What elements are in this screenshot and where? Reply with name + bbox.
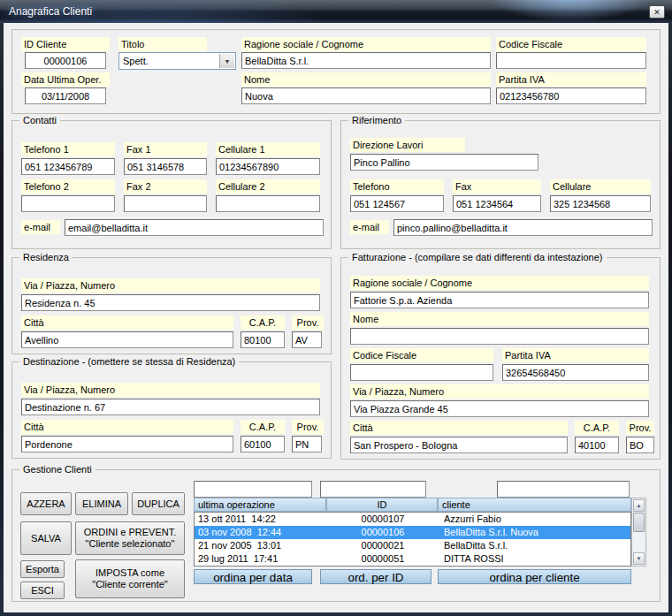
nome-label: Nome [241,72,491,87]
rif-telefono-field[interactable] [350,195,444,212]
filter-id-input[interactable] [320,481,426,498]
destinazione-cap-field[interactable] [241,436,285,452]
telefono1-field[interactable] [21,158,115,175]
residenza-via-field[interactable] [21,294,320,311]
direzione-lavori-field[interactable] [350,154,538,171]
filter-cliente-input[interactable] [497,481,630,498]
header-ultima-operazione: ultima operazione [194,498,326,512]
cellulare1-field[interactable] [216,158,320,175]
fatt-prov-label: Prov. [626,421,654,435]
rif-email-field[interactable] [393,219,653,236]
anagrafica-group: ID Cliente Titolo Spett. ▼ Ragione socia… [11,29,661,114]
cell-ultima-operazione: 03 nov 2008 12:44 [195,526,327,539]
ordini-line1: ORDINI e PREVENT. [84,527,177,538]
fatt-ragione-label: Ragione sociale / Cognome [350,276,649,290]
fax1-label: Fax 1 [124,142,207,156]
fatt-codice-fiscale-field[interactable] [350,364,493,381]
salva-button[interactable]: SALVA [20,521,72,555]
nome-field[interactable] [241,87,491,104]
rif-fax-label: Fax [453,179,541,194]
cellulare2-field[interactable] [216,195,320,212]
client-list[interactable]: 13 ott 2011 14:2200000107Azzurri Fabio03… [194,512,631,567]
destinazione-via-field[interactable] [21,399,320,415]
fatt-partita-iva-label: Partita IVA [502,348,649,362]
data-ultima-oper-label: Data Ultima Oper. [21,72,110,87]
azzera-button[interactable]: AZZERA [20,492,72,515]
fatt-nome-label: Nome [350,312,649,326]
elimina-button[interactable]: ELIMINA [75,492,128,515]
ragione-sociale-field[interactable] [241,52,491,69]
titolo-selected-value: Spett. [123,55,149,68]
destinazione-legend: Destinazione - (omettere se stessa di Re… [19,355,239,368]
scroll-up-icon[interactable]: ▲ [633,499,645,512]
ordina-per-cliente-button[interactable]: ordina per cliente [438,569,631,584]
window-title: Anagrafica Clienti [9,5,92,18]
gestione-clienti-group: Gestione Clienti AZZERA ELIMINA DUPLICA … [11,469,661,602]
chevron-down-icon[interactable]: ▼ [219,54,234,68]
close-button[interactable]: ✕ [649,5,665,19]
destinazione-group: Destinazione - (omettere se stessa di Re… [11,361,332,459]
ordini-preventivi-button[interactable]: ORDINI e PREVENT. "Cliente selezionato" [75,521,185,555]
contatti-legend: Contatti [19,114,60,126]
scrollbar-thumb[interactable] [633,513,645,532]
cell-cliente: DITTA ROSSI [439,552,630,566]
residenza-via-label: Via / Piazza, Numero [21,278,320,293]
esporta-button[interactable]: Esporta [20,560,65,578]
window: Anagrafica Clienti ✕ ID Cliente Titolo S… [0,0,672,616]
fatt-cap-field[interactable] [575,437,619,453]
ordina-per-data-button[interactable]: ordina per data [194,569,312,584]
rif-cellulare-label: Cellulare [550,179,651,194]
residenza-cap-field[interactable] [241,331,285,348]
table-row[interactable]: 13 ott 2011 14:2200000107Azzurri Fabio [195,513,630,526]
fatturazione-group: Fatturazione - (compilare se dati differ… [340,257,661,460]
fatt-citta-field[interactable] [350,437,568,453]
partita-iva-field[interactable] [496,87,646,104]
telefono2-field[interactable] [21,195,115,212]
list-scrollbar[interactable]: ▲ ▼ [631,498,646,567]
cell-ultima-operazione: 29 lug 2011 17:41 [195,552,327,566]
fax1-field[interactable] [124,158,207,175]
residenza-prov-field[interactable] [292,331,322,348]
telefono1-label: Telefono 1 [21,142,115,156]
cell-cliente: BellaDitta S.r.l. [439,539,630,552]
destinazione-cap-label: C.A.P. [241,420,285,434]
codice-fiscale-field[interactable] [496,52,646,69]
duplica-button[interactable]: DUPLICA [132,492,185,515]
destinazione-citta-field[interactable] [21,436,233,452]
imposta-line2: "Cliente corrente" [92,579,167,590]
id-cliente-field[interactable] [25,52,106,69]
destinazione-via-label: Via / Piazza, Numero [21,383,320,397]
destinazione-prov-field[interactable] [292,436,322,452]
titolo-label: Titolo [118,37,207,51]
rif-cellulare-field[interactable] [550,195,651,212]
table-row[interactable]: 29 lug 2011 17:4100000051DITTA ROSSI [195,552,630,566]
residenza-citta-field[interactable] [21,331,233,348]
contatti-email-label: e-mail [21,220,60,234]
fax2-field[interactable] [124,195,207,212]
codice-fiscale-label: Codice Fiscale [496,37,646,51]
contatti-email-field[interactable] [65,219,324,236]
filter-data-input[interactable] [194,481,312,498]
data-ultima-oper-field[interactable] [25,87,106,104]
fatt-prov-field[interactable] [626,437,654,453]
fatt-nome-field[interactable] [350,328,649,345]
ordina-per-id-button[interactable]: ord. per ID [320,569,431,584]
cell-id: 00000106 [327,526,439,539]
fatt-partita-iva-field[interactable] [502,364,649,381]
fatt-codice-fiscale-label: Codice Fiscale [350,348,493,362]
imposta-cliente-corrente-button[interactable]: IMPOSTA come "Cliente corrente" [75,559,185,598]
fatt-ragione-field[interactable] [350,292,649,308]
rif-fax-field[interactable] [453,195,541,212]
direzione-lavori-label: Direzione Lavori [350,138,465,152]
partita-iva-label: Partita IVA [496,72,646,87]
table-row[interactable]: 03 nov 2008 12:4400000106BellaDitta S.r.… [195,526,630,539]
header-cliente: cliente [438,498,631,512]
fatt-via-field[interactable] [350,400,649,417]
scroll-down-icon[interactable]: ▼ [633,552,645,565]
residenza-prov-label: Prov. [292,316,324,330]
esci-button[interactable]: ESCI [20,582,65,599]
ordini-line2: "Cliente selezionato" [86,538,175,550]
titolo-select[interactable]: Spett. ▼ [118,52,236,70]
table-row[interactable]: 21 nov 2005 13:0100000021BellaDitta S.r.… [195,539,630,552]
cell-ultima-operazione: 21 nov 2005 13:01 [195,539,327,552]
